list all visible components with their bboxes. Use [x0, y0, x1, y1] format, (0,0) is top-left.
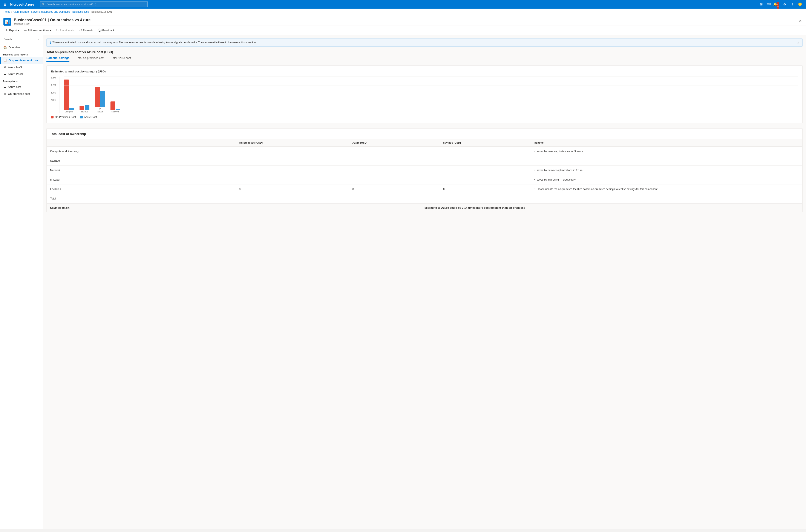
row-facilities-savings: 0 — [440, 185, 530, 194]
breadcrumb-business-case[interactable]: Business case — [73, 10, 89, 13]
row-network-azure — [349, 166, 440, 175]
table-title: Total cost of ownership — [46, 129, 802, 139]
sidebar-item-on-premises-vs-azure[interactable]: 📋 On-premises vs Azure — [0, 57, 43, 64]
breadcrumb: Home › Azure Migrate | Servers, database… — [0, 8, 806, 15]
y-label-4: 1.6M — [51, 77, 56, 79]
bullet-icon-4: • — [534, 188, 535, 191]
overview-icon: 🏠 — [3, 45, 7, 49]
col-on-prem: On-premises (USD) — [235, 139, 349, 147]
row-network-savings — [440, 166, 530, 175]
hamburger-menu[interactable]: ☰ — [3, 1, 7, 7]
tab-total-azure-cost[interactable]: Total Azure cost — [111, 56, 131, 62]
feedback-icon-btn: 💬 — [98, 28, 101, 32]
y-label-2: 810k — [51, 92, 56, 94]
bullet-icon: • — [534, 150, 535, 153]
notification-badge: 1 — [776, 2, 779, 8]
row-itlabor-insights: • saved by improving IT productivity — [530, 175, 802, 185]
row-facilities-azure: 0 — [349, 185, 440, 194]
close-button[interactable]: ✕ — [798, 18, 803, 24]
toolbar: ⬇ Export ▾ ✏ Edit Assumptions ▾ ↻ Recalc… — [0, 26, 806, 35]
bullet-icon-2: • — [534, 169, 535, 172]
sidebar-item-azure-iaas[interactable]: 🖥 Azure IaaS — [0, 64, 43, 71]
info-icon: ℹ — [50, 41, 51, 44]
breadcrumb-home[interactable]: Home — [3, 10, 10, 13]
bar-group-storage: Storage — [79, 105, 90, 113]
info-banner-close[interactable]: ✕ — [797, 41, 799, 44]
export-chevron-icon: ▾ — [18, 29, 19, 32]
edit-assumptions-button[interactable]: ✏ Edit Assumptions ▾ — [22, 27, 53, 33]
row-storage-insights — [530, 156, 802, 166]
settings-icon[interactable]: ⚙ — [781, 1, 788, 8]
sidebar-item-azure-cost[interactable]: ☁ Azure cost — [0, 83, 43, 90]
feedback-icon[interactable]: 😊 — [797, 1, 803, 8]
notifications-icon[interactable]: 🔔 1 — [773, 1, 780, 8]
section-heading: Total on-premises cost vs Azure cost (US… — [46, 50, 803, 54]
bar-network-on-prem — [111, 101, 115, 110]
row-network-name: Network — [46, 166, 235, 175]
row-storage-name: Storage — [46, 156, 235, 166]
sidebar-collapse-button[interactable]: « — [36, 37, 41, 42]
refresh-icon: ↺ — [79, 28, 82, 32]
edit-icon: ✏ — [24, 28, 27, 32]
help-icon[interactable]: ? — [789, 1, 796, 8]
row-itlabor-name: IT Labor — [46, 175, 235, 185]
table-row: IT Labor • saved by improving IT product… — [46, 175, 802, 185]
row-network-insights: • saved by network optimizations in Azur… — [530, 166, 802, 175]
chevron-icon-2: › — [71, 11, 71, 13]
content-area: ℹ These are estimated costs and your act… — [43, 35, 806, 529]
recalculate-icon: ↻ — [56, 28, 59, 32]
tab-potential-savings[interactable]: Potential savings — [46, 56, 70, 62]
chart-legend: On-Premises Cost Azure Cost — [51, 116, 798, 119]
y-label-3: 1.2M — [51, 84, 56, 87]
page-title: BusinessCase001 | On-premises vs Azure — [14, 18, 91, 22]
portal-icon[interactable]: ⊞ — [758, 1, 765, 8]
info-banner: ℹ These are estimated costs and your act… — [46, 38, 803, 46]
page-title-section: BusinessCase001 | On-premises vs Azure B… — [14, 18, 91, 25]
row-itlabor-on-prem — [235, 175, 349, 185]
legend-dot-azure — [80, 116, 83, 118]
row-compute-name: Compute and licensing — [46, 147, 235, 156]
row-compute-insights: • saved by reserving instances for 3 yea… — [530, 147, 802, 156]
table-row: Facilities 0 0 0 • Please update the on-… — [46, 185, 802, 194]
row-compute-on-prem — [235, 147, 349, 156]
breadcrumb-azure-migrate[interactable]: Azure Migrate | Servers, databases and w… — [13, 10, 70, 13]
row-total-on-prem — [235, 194, 349, 203]
export-icon: ⬇ — [5, 28, 8, 32]
edit-chevron-icon: ▾ — [50, 29, 51, 32]
global-search-input[interactable] — [46, 3, 146, 6]
bar-label-network: Network — [112, 111, 119, 113]
feedback-button[interactable]: 💬 Feedback — [96, 27, 117, 33]
global-search-bar[interactable]: 🔍 — [40, 1, 148, 7]
azure-iaas-icon: 🖥 — [3, 65, 6, 69]
azure-paas-icon: ☁ — [3, 72, 6, 76]
col-azure: Azure (USD) — [349, 139, 440, 147]
brand-name: Microsoft Azure — [10, 3, 34, 6]
tab-total-on-premises-cost[interactable]: Total on-premises cost — [76, 56, 104, 62]
refresh-button[interactable]: ↺ Refresh — [77, 27, 95, 33]
bar-network-azure — [116, 109, 120, 110]
sidebar-search-input[interactable] — [2, 37, 36, 42]
col-name — [46, 139, 235, 147]
cloud-shell-icon[interactable]: ⌨ — [766, 1, 772, 8]
breadcrumb-current: BusinessCase001 — [91, 10, 112, 13]
bar-label-storage: Storage — [81, 111, 88, 113]
tco-table-section: Total cost of ownership On-premises (USD… — [46, 128, 803, 212]
nav-icons: ⊞ ⌨ 🔔 1 ⚙ ? 😊 — [758, 1, 803, 8]
bar-label-compute: Compute — [65, 111, 74, 113]
table-row: Compute and licensing • saved by reservi… — [46, 147, 802, 156]
on-premises-cost-icon: 🖥 — [3, 92, 6, 95]
recalculate-button[interactable]: ↻ Recalculate — [54, 27, 76, 33]
page-icon: 📊 — [3, 18, 11, 25]
legend-on-prem: On-Premises Cost — [51, 116, 76, 119]
chart-title: Estimated annual cost by category (USD) — [51, 70, 798, 73]
export-button[interactable]: ⬇ Export ▾ — [3, 27, 21, 33]
sidebar-item-azure-paas[interactable]: ☁ Azure PaaS — [0, 71, 43, 77]
table-header-row: On-premises (USD) Azure (USD) Savings (U… — [46, 139, 802, 147]
sidebar-item-on-premises-cost[interactable]: 🖥 On-premises cost — [0, 90, 43, 97]
row-network-on-prem — [235, 166, 349, 175]
col-insights: Insights — [530, 139, 802, 147]
more-options-button[interactable]: ··· — [791, 18, 796, 24]
sidebar-item-overview[interactable]: 🏠 Overview — [0, 44, 43, 51]
bar-group-it-labour: ITlabour — [95, 87, 105, 113]
legend-azure: Azure Cost — [80, 116, 97, 119]
